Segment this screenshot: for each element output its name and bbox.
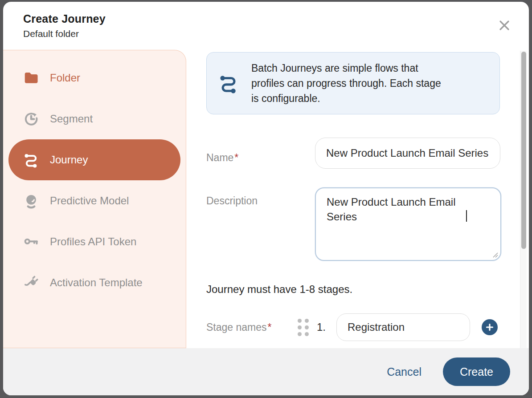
required-asterisk: * [268,321,272,333]
name-input[interactable] [315,138,500,169]
cancel-button[interactable]: Cancel [387,366,422,378]
sidebar-item-activation-template[interactable]: Activation Template [3,262,186,303]
sidebar-item-journey[interactable]: Journey [8,139,180,180]
text-caret [466,210,467,222]
key-icon [23,234,39,250]
close-icon[interactable] [498,19,511,32]
description-label: Description [206,187,315,261]
journey-info-banner: Batch Journeys are simple flows that pro… [206,52,500,114]
create-journey-modal: Create Journey Default folder Folder Se [3,2,529,395]
stage-names-row: Stage names* 1. [206,313,529,341]
scrollbar-thumb[interactable] [521,52,526,249]
sidebar-item-label: Profiles API Token [50,236,136,248]
stage-names-label: Stage names* [206,321,298,333]
journey-path-icon [218,73,239,93]
add-stage-button[interactable] [482,319,498,335]
sidebar-item-label: Folder [50,72,80,84]
sidebar-item-label: Activation Template [50,276,143,289]
modal-header: Create Journey Default folder [3,2,529,50]
journey-path-icon [23,152,39,168]
drag-handle-icon[interactable] [298,319,309,336]
sidebar-item-label: Predictive Model [50,195,129,207]
stage-name-input[interactable] [336,313,470,341]
description-text: New Product Launch Email Series [327,195,466,224]
required-asterisk: * [234,152,238,163]
segment-history-icon [23,111,39,127]
modal-footer: Cancel Create [3,348,529,395]
sidebar-item-predictive-model[interactable]: Predictive Model [3,180,186,221]
entity-type-sidebar: Folder Segment Journey [3,50,186,348]
sidebar-item-label: Journey [50,154,88,166]
sidebar-item-profiles-api-token[interactable]: Profiles API Token [3,221,186,262]
modal-subtitle: Default folder [23,28,529,39]
create-button[interactable]: Create [443,357,510,386]
stage-number: 1. [317,321,330,333]
description-textarea[interactable]: New Product Launch Email Series [315,187,501,261]
folder-icon [23,70,39,86]
crystal-ball-icon [23,193,39,209]
vertical-scrollbar[interactable] [520,51,527,348]
modal-content: Batch Journeys are simple flows that pro… [186,50,529,348]
description-field-row: Description New Product Launch Email Ser… [206,187,529,261]
name-label: Name* [206,138,315,169]
sidebar-item-segment[interactable]: Segment [3,98,186,139]
plus-icon [485,323,494,332]
modal-body: Folder Segment Journey [3,50,529,348]
sidebar-item-folder[interactable]: Folder [3,57,186,98]
name-field-row: Name* [206,138,529,169]
info-banner-text: Batch Journeys are simple flows that pro… [251,61,444,106]
plug-icon [23,275,39,291]
sidebar-item-label: Segment [50,113,93,125]
modal-title: Create Journey [23,12,529,25]
resize-handle-icon[interactable] [492,252,498,258]
stages-note: Journey must have 1-8 stages. [206,283,529,296]
